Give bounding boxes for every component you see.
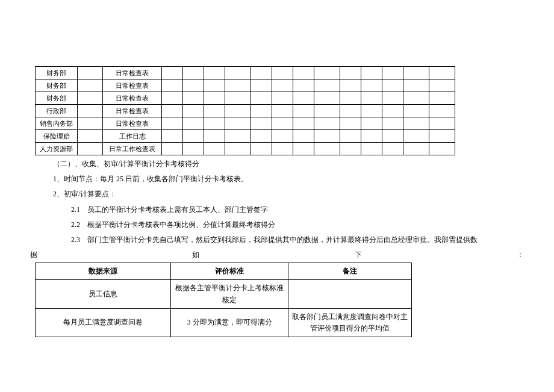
blank-cell [293, 143, 314, 155]
criteria-table: 数据来源 评价标准 备注 员工信息 根据各主管平衡计分卡上考核标准核定 每月员工… [35, 263, 412, 337]
dept-cell: 销售内务部 [36, 117, 78, 130]
blank-cell [162, 130, 183, 143]
blank-cell [183, 92, 204, 105]
blank-cell [361, 130, 382, 143]
blank-cell [204, 117, 225, 130]
blank-cell [225, 117, 251, 130]
blank-cell [314, 117, 340, 130]
blank-cell [429, 105, 455, 117]
th-criteria: 评价标准 [171, 263, 288, 280]
blank-cell [314, 92, 340, 105]
cell-remark: 取各部门员工满意度调查问卷中对主管评价项目得分的平均值 [288, 308, 412, 337]
type-cell: 日常检查表 [103, 117, 162, 130]
para-timepoint: 1、时间节点：每月 25 日前，收集各部门平衡计分卡考核表。 [53, 172, 524, 187]
blank-cell [293, 105, 314, 117]
blank-cell [78, 143, 103, 155]
blank-cell [225, 105, 251, 117]
blank-cell [382, 130, 403, 143]
blank-cell [314, 143, 340, 155]
blank-cell [251, 79, 272, 92]
para-2-3: 2.3 部门主管平衡计分卡先自己填写，然后交到我部后，我部提供其中的数据，并计算… [71, 232, 524, 247]
blank-cell [162, 143, 183, 155]
blank-cell [162, 92, 183, 105]
blank-cell [293, 92, 314, 105]
section-heading: （二）、收集、初审/计算平衡计分卡考核得分 [53, 157, 524, 172]
blank-cell [225, 92, 251, 105]
spread-line: 据 如 下 ： [30, 247, 524, 263]
blank-cell [429, 143, 455, 155]
blank-cell [272, 143, 293, 155]
check-table: 财务部 日常检查表 财务部 日常检查表 财务部 日常检查表 [35, 66, 455, 155]
blank-cell [78, 105, 103, 117]
blank-cell [403, 130, 429, 143]
blank-cell [251, 117, 272, 130]
blank-cell [361, 105, 382, 117]
blank-cell [340, 67, 361, 79]
blank-cell [183, 117, 204, 130]
blank-cell [78, 67, 103, 79]
para-2-1: 2.1 员工的平衡计分卡考核表上需有员工本人、部门主管签字 [71, 202, 524, 217]
blank-cell [251, 130, 272, 143]
blank-cell [272, 117, 293, 130]
blank-cell [340, 130, 361, 143]
blank-cell [382, 79, 403, 92]
blank-cell [204, 143, 225, 155]
spread-colon: ： [517, 247, 524, 263]
type-cell: 工作日志 [103, 130, 162, 143]
blank-cell [314, 105, 340, 117]
blank-cell [78, 79, 103, 92]
blank-cell [403, 92, 429, 105]
blank-cell [429, 67, 455, 79]
blank-cell [340, 79, 361, 92]
cell-source: 每月员工满意度调查问卷 [36, 308, 171, 337]
dept-cell: 财务部 [36, 79, 78, 92]
table-row: 人力资源部 日常工作检查表 [36, 143, 455, 155]
blank-cell [429, 130, 455, 143]
blank-cell [225, 143, 251, 155]
blank-cell [225, 130, 251, 143]
table-row: 财务部 日常检查表 [36, 92, 455, 105]
blank-cell [204, 79, 225, 92]
blank-cell [251, 67, 272, 79]
blank-cell [251, 143, 272, 155]
blank-cell [272, 67, 293, 79]
blank-cell [361, 67, 382, 79]
type-cell: 日常工作检查表 [103, 143, 162, 155]
blank-cell [293, 67, 314, 79]
blank-cell [225, 79, 251, 92]
type-cell: 日常检查表 [103, 67, 162, 79]
blank-cell [361, 117, 382, 130]
blank-cell [272, 130, 293, 143]
dept-cell: 财务部 [36, 92, 78, 105]
blank-cell [162, 79, 183, 92]
blank-cell [403, 79, 429, 92]
para-keypoints: 2、初审/计算要点： [53, 187, 524, 202]
blank-cell [361, 92, 382, 105]
blank-cell [340, 105, 361, 117]
blank-cell [340, 117, 361, 130]
blank-cell [382, 105, 403, 117]
blank-cell [340, 92, 361, 105]
blank-cell [382, 117, 403, 130]
blank-cell [183, 67, 204, 79]
cell-remark [288, 280, 412, 308]
blank-cell [204, 105, 225, 117]
spread-mid: 如 [192, 247, 199, 263]
table-row: 行政部 日常检查表 [36, 105, 455, 117]
cell-criteria: 3 分即为满意，即可得满分 [171, 308, 288, 337]
blank-cell [314, 79, 340, 92]
blank-cell [361, 79, 382, 92]
table-row: 每月员工满意度调查问卷 3 分即为满意，即可得满分 取各部门员工满意度调查问卷中… [36, 308, 412, 337]
th-source: 数据来源 [36, 263, 171, 280]
blank-cell [314, 130, 340, 143]
blank-cell [293, 117, 314, 130]
blank-cell [403, 117, 429, 130]
blank-cell [361, 143, 382, 155]
blank-cell [225, 67, 251, 79]
blank-cell [340, 143, 361, 155]
blank-cell [314, 67, 340, 79]
blank-cell [251, 92, 272, 105]
cell-criteria: 根据各主管平衡计分卡上考核标准核定 [171, 280, 288, 308]
blank-cell [429, 117, 455, 130]
blank-cell [204, 67, 225, 79]
